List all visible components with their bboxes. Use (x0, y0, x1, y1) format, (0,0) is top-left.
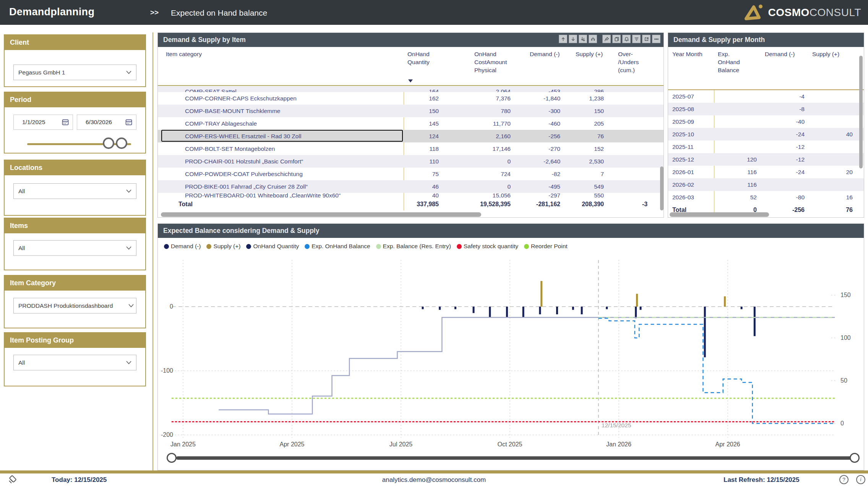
balance-value: 120 (714, 156, 759, 163)
item-name[interactable]: COMP-BASE-MOUNT Tischklemme (158, 108, 399, 115)
table-row[interactable]: 2025-08 -8 (668, 103, 864, 115)
chart-range-handle-end[interactable] (850, 453, 860, 463)
item-name[interactable]: COMP-BOLT-SET Montagebolzen (158, 145, 399, 152)
copy-visual-icon[interactable] (612, 35, 621, 43)
item-name[interactable]: PROD-BIKE-001 Fahrrad „City Cruiser 28 Z… (158, 183, 399, 190)
year-month-value: 2025-07 (668, 93, 714, 100)
col-onhand-quantity[interactable]: OnHand Quantity (407, 50, 430, 66)
pin-icon[interactable] (602, 35, 611, 43)
item-name[interactable]: COMP-POWDER-COAT Pulverbeschichtung (158, 171, 399, 178)
help-button[interactable]: ? (839, 475, 849, 484)
period-slider-handle-start[interactable] (103, 137, 114, 149)
vertical-scrollbar[interactable] (660, 166, 664, 210)
calendar-icon[interactable] (62, 119, 69, 126)
filters-icon[interactable] (632, 35, 641, 43)
chart-range-handle-start[interactable] (167, 453, 177, 463)
item-posting-group-dropdown[interactable]: All (13, 355, 136, 370)
table-row[interactable]: 2026-02 116 (668, 178, 864, 191)
sort-descending-icon[interactable] (408, 79, 413, 82)
onhand-cost-value: 2,064 (443, 88, 515, 92)
col-item-category[interactable]: Item category (166, 50, 202, 58)
table-row[interactable]: 2025-11 -12 (668, 141, 864, 153)
cosmo-logo-icon (742, 3, 764, 22)
table-row[interactable]: 2025-07 -4 (668, 90, 864, 103)
legend-item[interactable]: Safety stock quantity (457, 243, 518, 250)
vertical-scrollbar[interactable] (859, 56, 863, 168)
table-row[interactable]: 2025-12 120 -12 (668, 153, 864, 166)
drill-down-icon[interactable] (569, 35, 577, 43)
table-row[interactable]: 2025-10 -24 40 (668, 128, 864, 141)
table-row[interactable]: COMP-BOLT-SET Montagebolzen 118 17,146 -… (158, 142, 664, 155)
col-onhand-costamount[interactable]: OnHand CostAmount Physical (474, 50, 507, 74)
alert-bell-icon[interactable] (622, 35, 631, 43)
item-posting-group-dropdown-value: All (18, 359, 25, 366)
legend-item[interactable]: Exp. Balance (Res. Entry) (376, 243, 451, 250)
legend-dot-icon (376, 244, 381, 249)
table-row[interactable]: PROD-CHAIR-001 Holzstuhl „Basic Comfort“… (158, 155, 664, 168)
table-row[interactable]: COMP-POWDER-COAT Pulverbeschichtung 75 7… (158, 168, 664, 180)
col-demand[interactable]: Demand (-) (530, 50, 560, 58)
item-name[interactable]: PROD-WHITEBOARD-001 Whiteboard „CleanWri… (158, 193, 399, 198)
demand-value: -40 (759, 118, 806, 125)
expected-balance-chart[interactable]: Jan 2025Apr 2025Jul 2025Oct 2025Jan 2026… (158, 224, 864, 470)
demand-supply-by-item-panel: Demand & Supply by Item Item category On… (157, 32, 664, 218)
period-to-input[interactable]: 6/30/2026 (77, 115, 136, 130)
col-year-month[interactable]: Year Month (672, 50, 703, 58)
period-from-input[interactable]: 1/1/2025 (13, 115, 73, 130)
table-row[interactable]: PROD-WHITEBOARD-001 Whiteboard „CleanWri… (158, 193, 664, 198)
legend-item[interactable]: Reorder Point (524, 243, 568, 250)
onhand-cost-value: 0 (443, 158, 515, 165)
svg-text:0: 0 (840, 420, 844, 427)
demand-value: -256 (515, 133, 565, 140)
chevron-down-icon (126, 71, 131, 74)
period-slider-handle-end[interactable] (116, 137, 127, 149)
go-to-next-level-icon[interactable] (589, 35, 597, 43)
table-row[interactable]: 2026-01 116 -24 20 (668, 166, 864, 178)
item-name[interactable]: COMP-TRAY Ablageschale (158, 120, 399, 127)
horizontal-scrollbar[interactable] (670, 212, 769, 217)
table-row[interactable]: PROD-BIKE-001 Fahrrad „City Cruiser 28 Z… (158, 180, 664, 193)
legend-item[interactable]: Demand (-) (164, 243, 201, 250)
svg-text:0: 0 (170, 303, 173, 310)
locations-dropdown[interactable]: All (13, 183, 136, 199)
focus-mode-icon[interactable] (642, 35, 651, 43)
table-row[interactable]: COMP-CORNER-CAPS Eckschutzkappen 162 7,3… (158, 92, 664, 105)
col-exp-onhand-balance[interactable]: Exp. OnHand Balance (718, 50, 740, 74)
items-dropdown[interactable]: All (13, 240, 136, 256)
horizontal-scrollbar[interactable] (161, 212, 481, 217)
table-row[interactable]: COMP-ERS-WHEEL Ersatzteil - Rad 30 Zoll … (158, 130, 664, 142)
item-name[interactable]: COMP-ERS-WHEEL Ersatzteil - Rad 30 Zoll (158, 133, 399, 140)
demand-value: -460 (515, 120, 565, 127)
table-row[interactable]: COMP-SEAT Sattel 164 2,064 -453 286 (158, 86, 664, 92)
item-name[interactable]: COMP-CORNER-CAPS Eckschutzkappen (158, 95, 399, 102)
item-name[interactable]: PROD-CHAIR-001 Holzstuhl „Basic Comfort“ (158, 158, 399, 165)
table-row[interactable]: 2026-03 52 -80 16 (668, 191, 864, 204)
chart-range-slider-track[interactable] (176, 456, 859, 460)
table-row[interactable]: COMP-TRAY Ablageschale 145 11,770 -460 2… (158, 117, 664, 130)
legend-dot-icon (246, 244, 251, 249)
table-row[interactable]: 2025-09 -40 (668, 115, 864, 128)
item-name[interactable]: COMP-SEAT Sattel (158, 88, 399, 92)
col-supply[interactable]: Supply (+) (576, 50, 603, 58)
info-button[interactable]: i (856, 475, 865, 484)
drill-up-icon[interactable] (559, 35, 567, 43)
col-over-unders[interactable]: Over- /Unders (cum.) (618, 50, 639, 74)
items-filter-card: Items All (4, 218, 146, 270)
demand-value: -80 (759, 194, 806, 201)
more-options-icon[interactable] (652, 35, 660, 43)
item-category-dropdown[interactable]: PRODDASH Produktionsdashboard (13, 298, 136, 313)
legend-dot-icon (457, 244, 462, 249)
svg-text:Jan 2025: Jan 2025 (170, 441, 196, 448)
expand-all-levels-icon[interactable] (579, 35, 587, 43)
col-month-demand[interactable]: Demand (-) (765, 50, 795, 58)
item-table-rows: COMP-SEAT Sattel 164 2,064 -453 286 COMP… (158, 86, 664, 198)
client-dropdown[interactable]: Pegasus GmbH 1 (13, 65, 136, 80)
chevron-down-icon (126, 189, 131, 193)
onhand-cost-value: 780 (443, 108, 515, 115)
table-row[interactable]: COMP-BASE-MOUNT Tischklemme 150 780 -300… (158, 105, 664, 117)
legend-item[interactable]: Exp. OnHand Balance (305, 243, 370, 250)
legend-item[interactable]: Supply (+) (206, 243, 240, 250)
legend-item[interactable]: OnHand Quantity (246, 243, 299, 250)
col-month-supply[interactable]: Supply (+) (812, 50, 839, 58)
calendar-icon[interactable] (125, 119, 132, 126)
